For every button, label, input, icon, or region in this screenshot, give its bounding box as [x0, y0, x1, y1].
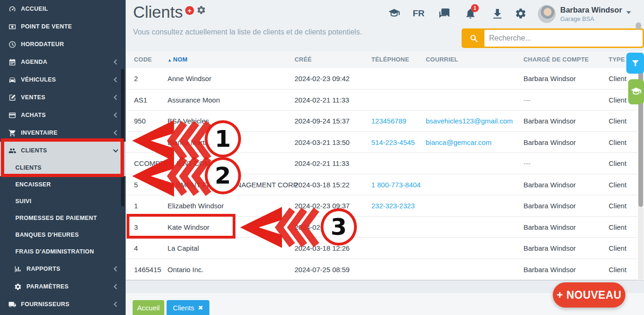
- sidebar-item-label: POINT DE VENTE: [21, 23, 72, 30]
- sidebar-item-label: SUIVI: [15, 198, 32, 205]
- cell-courriel[interactable]: bianca@gemcar.com: [426, 132, 521, 153]
- column-header-code[interactable]: CODE: [134, 51, 164, 68]
- settings-gear-icon[interactable]: [515, 7, 527, 20]
- new-client-button[interactable]: + NOUVEAU: [553, 282, 625, 308]
- cell-nom: Assurance Moon: [168, 89, 291, 110]
- bar-chart-icon: [14, 265, 22, 273]
- cell-cree: 2024-03-18 15:22: [295, 174, 369, 195]
- sidebar-item-achats[interactable]: ACHATS: [0, 106, 126, 124]
- sidebar-item-label: VENTES: [21, 94, 45, 101]
- sidebar-item-label: ACCUEIL: [21, 6, 48, 12]
- table-row[interactable]: 1Elizabeth Windsor2024-02-23 09:37232-32…: [126, 195, 637, 217]
- cell-cree: 2024-02-21 11:33: [295, 89, 369, 110]
- table-row[interactable]: AS1Assurance Moon2024-02-21 11:33---Clie…: [126, 89, 637, 111]
- column-header-courriel[interactable]: COURRIEL: [426, 51, 521, 68]
- cell-charge: Barbara Windsor: [523, 174, 607, 195]
- sidebar-item-label: INVENTAIRE: [21, 130, 58, 136]
- table-scrollbar-thumb[interactable]: [638, 53, 643, 207]
- cell-type: Client: [609, 259, 641, 280]
- chat-icon[interactable]: [438, 7, 450, 20]
- cell-tel[interactable]: 232-323-2323: [371, 195, 423, 216]
- cell-charge: ---: [523, 89, 607, 110]
- sidebar-item-label: PARAMÈTRES: [27, 283, 69, 290]
- sidebar-item-banques-dheures[interactable]: BANQUES D'HEURES: [0, 226, 126, 243]
- tab-clients[interactable]: Clients ✖: [167, 300, 209, 315]
- sidebar-item-encaisser[interactable]: ENCAISSER: [0, 176, 126, 193]
- search-icon[interactable]: [463, 30, 484, 47]
- annotation-arrow-3: [235, 206, 317, 249]
- sidebar-item-label: FRAIS D'ADMINISTRATION: [15, 248, 94, 255]
- cell-type: Client: [609, 174, 641, 195]
- sidebar-item-suivi[interactable]: SUIVI: [0, 193, 126, 210]
- sidebar-item-point-de-vente[interactable]: POINT DE VENTE: [0, 18, 126, 35]
- table-row[interactable]: 1465415Ontario Inc.2024-07-25 08:59Barba…: [126, 259, 637, 281]
- chevron-left-icon: [114, 95, 119, 100]
- sidebar-item-horodateur[interactable]: HORODATEUR: [0, 35, 126, 53]
- column-header-cr-[interactable]: CRÉÉ: [295, 51, 369, 68]
- search-input[interactable]: [484, 30, 643, 47]
- cell-code: 2: [134, 68, 164, 89]
- user-name[interactable]: Barbara Windsor: [560, 6, 622, 14]
- credit-card-icon: [8, 111, 16, 119]
- annotation-box-sidebar-clients: [1, 138, 124, 177]
- sidebar-item-promesses-de-paiement[interactable]: PROMESSES DE PAIEMENT: [0, 210, 126, 226]
- add-client-icon[interactable]: +: [185, 6, 194, 15]
- column-header-charg-de-compte[interactable]: CHARGÉ DE COMPTE: [523, 51, 607, 68]
- sidebar-item-ventes[interactable]: VENTES: [0, 89, 126, 106]
- sidebar-item-frais-dadministration[interactable]: FRAIS D'ADMINISTRATION: [0, 243, 126, 260]
- table-row[interactable]: 2Anne Windsor2024-02-23 09:42Barbara Win…: [126, 68, 637, 89]
- gear-icon: [14, 283, 22, 291]
- scrollbar-peek: [636, 22, 641, 29]
- cell-charge: ---: [523, 153, 607, 174]
- sidebar-scrollbar[interactable]: [121, 69, 124, 206]
- table-header: CODE▲NOMCRÉÉTÉLÉPHONECOURRIELCHARGÉ DE C…: [126, 51, 637, 68]
- annotation-arrow-2: [127, 155, 209, 198]
- column-header-nom[interactable]: ▲NOM: [168, 51, 291, 68]
- sort-ascending-icon: ▲: [168, 58, 172, 62]
- page-settings-gear-icon[interactable]: [196, 5, 206, 15]
- chevron-left-icon: [114, 112, 119, 117]
- clock-icon: [8, 41, 16, 48]
- filter-button[interactable]: [626, 53, 644, 74]
- download-icon[interactable]: [491, 7, 503, 20]
- sidebar-item-vehicules[interactable]: VÉHICULES: [0, 71, 126, 89]
- cell-charge: Barbara Windsor: [523, 217, 607, 238]
- table-row[interactable]: 4La Capital2024-03-18 12:26Barbara Winds…: [126, 238, 637, 259]
- sidebar-item-label: ENCAISSER: [15, 181, 51, 188]
- language-switcher[interactable]: FR: [413, 8, 424, 19]
- tab-accueil[interactable]: Accueil: [133, 300, 164, 315]
- sidebar-item-agenda[interactable]: AGENDA: [0, 53, 126, 71]
- chevron-left-icon: [114, 59, 119, 64]
- cell-tel[interactable]: 123456789: [371, 110, 423, 131]
- cell-charge: Barbara Windsor: [523, 238, 607, 259]
- cell-cree: 2024-09-24 15:37: [295, 110, 369, 131]
- sidebar-item-fournisseurs[interactable]: FOURNISSEURS: [0, 295, 126, 313]
- cell-cree: 2024-03-21 13:50: [295, 132, 369, 153]
- tutorial-graduation-button[interactable]: [628, 79, 644, 104]
- sidebar-item-label: FOURNISSEURS: [21, 301, 69, 308]
- sidebar-item-parametres[interactable]: PARAMÈTRES: [0, 278, 126, 295]
- sidebar-item-label: HORODATEUR: [21, 41, 64, 48]
- cell-charge: Barbara Windsor: [523, 110, 607, 131]
- sidebar-item-rapports[interactable]: RAPPORTS: [0, 260, 126, 278]
- cell-nom: Anne Windsor: [168, 68, 291, 89]
- cell-type: Client: [609, 132, 641, 153]
- close-icon[interactable]: ✖: [198, 304, 203, 311]
- cell-tel[interactable]: 1 800-773-8404: [371, 174, 423, 195]
- cell-charge: Barbara Windsor: [523, 259, 607, 280]
- cell-code: AS1: [134, 89, 164, 110]
- tutorials-graduation-cap-icon[interactable]: [388, 7, 400, 20]
- speedometer-icon: [8, 5, 16, 13]
- cell-tel[interactable]: 514-223-4545: [371, 132, 423, 153]
- column-header-t-l-phone[interactable]: TÉLÉPHONE: [371, 51, 423, 68]
- cell-type: Client: [609, 217, 641, 238]
- cell-courriel[interactable]: bsavehicles123@gmail.com: [426, 110, 521, 131]
- cell-charge: Barbara Windsor: [523, 68, 607, 89]
- cell-code: 4: [134, 238, 164, 259]
- cell-cree: 2024-07-25 08:59: [295, 259, 369, 280]
- user-menu-caret-icon[interactable]: [626, 11, 631, 14]
- cell-charge: Barbara Windsor: [523, 195, 607, 216]
- user-avatar[interactable]: [538, 5, 556, 23]
- cart-icon: [8, 129, 16, 137]
- sidebar-item-accueil[interactable]: ACCUEIL: [0, 0, 126, 18]
